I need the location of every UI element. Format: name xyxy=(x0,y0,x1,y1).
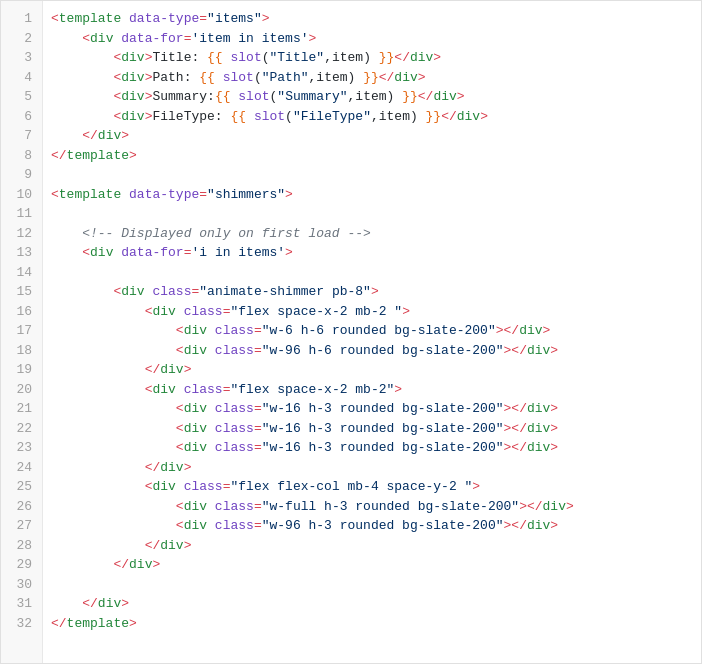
code-line: <div class="animate-shimmer pb-8"> xyxy=(51,282,701,302)
text-token xyxy=(207,343,215,358)
tag-token: < xyxy=(176,499,184,514)
tag-token: </ xyxy=(82,128,98,143)
line-number: 21 xyxy=(1,399,42,419)
tag-name-token: template xyxy=(67,148,129,163)
tag-name-token: div xyxy=(160,460,183,475)
tag-token: < xyxy=(176,323,184,338)
attr-val-token: "w-96 h-6 rounded bg-slate-200" xyxy=(262,343,504,358)
line-number: 3 xyxy=(1,48,42,68)
attr-name-token: class xyxy=(215,499,254,514)
code-editor: 1234567891011121314151617181920212223242… xyxy=(0,0,702,664)
line-number: 13 xyxy=(1,243,42,263)
attr-name-token: class xyxy=(215,323,254,338)
tag-name-token: div xyxy=(433,89,456,104)
tag-token: > xyxy=(262,11,270,26)
tag-token: </ xyxy=(82,596,98,611)
line-number: 25 xyxy=(1,477,42,497)
tag-token: ></ xyxy=(504,421,527,436)
line-numbers: 1234567891011121314151617181920212223242… xyxy=(1,1,43,663)
tag-name-token: div xyxy=(527,440,550,455)
brace-token: }} xyxy=(379,50,395,65)
line-number: 30 xyxy=(1,575,42,595)
line-number: 26 xyxy=(1,497,42,517)
attr-val-token: "flex flex-col mb-4 space-y-2 " xyxy=(230,479,472,494)
brace-token: {{ xyxy=(215,89,231,104)
tag-name-token: div xyxy=(152,479,175,494)
line-number: 28 xyxy=(1,536,42,556)
line-number: 31 xyxy=(1,594,42,614)
text-token xyxy=(207,440,215,455)
text-token xyxy=(215,70,223,85)
code-line: <div class="w-96 h-3 rounded bg-slate-20… xyxy=(51,516,701,536)
code-line: <div>FileType: {{ slot("FileType",item) … xyxy=(51,107,701,127)
code-line xyxy=(51,204,701,224)
slot-fn-token: slot xyxy=(223,70,254,85)
code-line: <div>Title: {{ slot("Title",item) }}</di… xyxy=(51,48,701,68)
slot-arg-token: "Title" xyxy=(270,50,325,65)
attr-val-token: "animate-shimmer pb-8" xyxy=(199,284,371,299)
slot-fn-token: slot xyxy=(230,50,261,65)
text-token xyxy=(51,460,145,475)
tag-token: </ xyxy=(441,109,457,124)
tag-token: ></ xyxy=(504,440,527,455)
text-token: ,item) xyxy=(324,50,379,65)
text-token xyxy=(51,323,176,338)
slot-arg-token: "Summary" xyxy=(277,89,347,104)
tag-token: > xyxy=(550,401,558,416)
attr-val-token: "flex space-x-2 mb-2 " xyxy=(230,304,402,319)
code-line: </div> xyxy=(51,555,701,575)
text-token xyxy=(246,109,254,124)
tag-token: > xyxy=(121,128,129,143)
text-token: Title: xyxy=(152,50,207,65)
tag-name-token: div xyxy=(527,518,550,533)
tag-token: </ xyxy=(113,557,129,572)
code-line: <div class="flex space-x-2 mb-2 "> xyxy=(51,302,701,322)
text-token xyxy=(51,343,176,358)
slot-arg-token: "Path" xyxy=(262,70,309,85)
text-token xyxy=(51,70,113,85)
code-line: </div> xyxy=(51,126,701,146)
tag-token: > xyxy=(550,421,558,436)
tag-name-token: div xyxy=(394,70,417,85)
code-line xyxy=(51,165,701,185)
code-line: <div class="w-16 h-3 rounded bg-slate-20… xyxy=(51,399,701,419)
line-number: 15 xyxy=(1,282,42,302)
attr-name-token: class xyxy=(215,401,254,416)
tag-token: > xyxy=(184,538,192,553)
slot-arg-token: "FileType" xyxy=(293,109,371,124)
attr-name-token: class xyxy=(184,382,223,397)
text-token: ( xyxy=(285,109,293,124)
brace-token: {{ xyxy=(199,70,215,85)
attr-val-token: 'i in items' xyxy=(191,245,285,260)
code-line xyxy=(51,263,701,283)
attr-name-token: class xyxy=(152,284,191,299)
tag-name-token: div xyxy=(519,323,542,338)
text-token xyxy=(51,226,82,241)
line-number: 19 xyxy=(1,360,42,380)
text-token xyxy=(207,518,215,533)
tag-token: = xyxy=(254,499,262,514)
tag-token: < xyxy=(176,421,184,436)
tag-name-token: div xyxy=(457,109,480,124)
attr-name-token: class xyxy=(215,421,254,436)
tag-token: ></ xyxy=(496,323,519,338)
tag-token: > xyxy=(472,479,480,494)
tag-token: < xyxy=(51,11,59,26)
line-number: 18 xyxy=(1,341,42,361)
line-number: 23 xyxy=(1,438,42,458)
text-token xyxy=(51,304,145,319)
text-token: Path: xyxy=(152,70,199,85)
text-token: ,item) xyxy=(309,70,364,85)
text-token xyxy=(176,304,184,319)
text-token xyxy=(51,362,145,377)
slot-fn-token: slot xyxy=(254,109,285,124)
code-area[interactable]: <template data-type="items"> <div data-f… xyxy=(43,1,701,663)
text-token xyxy=(51,479,145,494)
tag-name-token: div xyxy=(121,284,144,299)
tag-name-token: div xyxy=(184,323,207,338)
tag-token: > xyxy=(309,31,317,46)
tag-token: > xyxy=(285,187,293,202)
tag-token: < xyxy=(82,245,90,260)
text-token: ,item) xyxy=(371,109,426,124)
attr-val-token: "w-16 h-3 rounded bg-slate-200" xyxy=(262,440,504,455)
